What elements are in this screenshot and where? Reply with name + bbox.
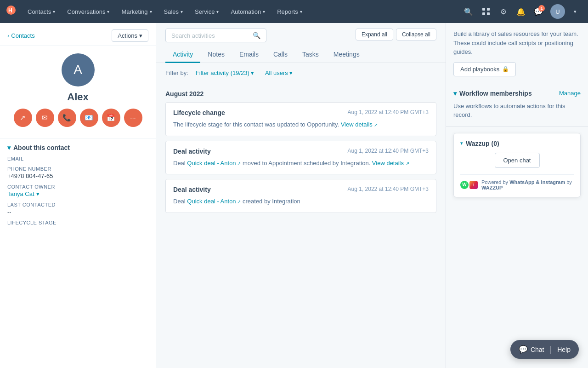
settings-icon-btn[interactable]: ⚙ xyxy=(496,4,511,19)
sidebar-header: ‹ Contacts Actions ▾ xyxy=(0,23,156,46)
activity-card-time: Aug 1, 2022 at 12:40 PM GMT+3 xyxy=(348,148,429,154)
activity-card-body: Deal Quick deal - Anton ↗ moved to Appoi… xyxy=(173,159,429,168)
manage-link[interactable]: Manage xyxy=(559,90,581,97)
lifecycle-label: Lifecycle stage xyxy=(7,220,148,225)
external-link-icon: ↗ xyxy=(236,161,241,166)
divider: | xyxy=(550,345,552,354)
tab-activity[interactable]: Activity xyxy=(165,47,200,63)
chevron-down-icon: ▾ xyxy=(107,9,109,14)
left-sidebar: ‹ Contacts Actions ▾ A Alex ↗ ✉ 📞 📧 📅 ··… xyxy=(0,23,156,368)
tab-emails[interactable]: Emails xyxy=(232,47,266,63)
contact-avatar: A xyxy=(62,53,95,86)
nav-service[interactable]: Service ▾ xyxy=(190,6,223,18)
brand-wazzup: WAZZUP xyxy=(481,185,503,190)
search-input[interactable] xyxy=(171,32,249,39)
filter-activity-button[interactable]: Filter activity (19/23) ▾ xyxy=(192,68,258,78)
lock-icon: 🔒 xyxy=(502,66,509,72)
back-to-contacts[interactable]: ‹ Contacts xyxy=(7,32,35,39)
main-layout: ‹ Contacts Actions ▾ A Alex ↗ ✉ 📞 📧 📅 ··… xyxy=(0,23,588,368)
add-playbooks-button[interactable]: Add playbooks 🔒 xyxy=(453,62,516,76)
collapse-all-button[interactable]: Collapse all xyxy=(396,29,436,40)
help-icon-btn[interactable]: 💬 1 xyxy=(531,4,546,19)
nav-sales[interactable]: Sales ▾ xyxy=(159,6,188,18)
marketplace-icon-btn[interactable] xyxy=(479,4,493,19)
last-contacted-row: Last contacted -- xyxy=(7,202,148,215)
about-section: ▾ About this contact Email Phone number … xyxy=(0,138,156,236)
view-details-link[interactable]: View details xyxy=(341,121,373,128)
chevron-down-icon: ▾ xyxy=(181,9,183,14)
user-avatar[interactable]: U xyxy=(550,4,565,19)
deal-link[interactable]: Quick deal - Anton xyxy=(187,160,236,167)
phone-button[interactable]: 📞 xyxy=(58,109,76,127)
contact-info: A Alex ↗ ✉ 📞 📧 📅 ··· xyxy=(0,46,156,138)
chevron-down-icon: ▾ xyxy=(251,69,254,76)
about-section-header[interactable]: ▾ About this contact xyxy=(7,144,148,151)
nav-reports[interactable]: Reports ▾ xyxy=(272,6,307,18)
email-button[interactable]: ✉ xyxy=(36,109,54,127)
activity-card-body: The lifecycle stage for this contact was… xyxy=(173,120,429,129)
notification-badge: 1 xyxy=(538,5,545,12)
tab-meetings[interactable]: Meetings xyxy=(326,47,367,63)
activity-card: Lifecycle change Aug 1, 2022 at 12:40 PM… xyxy=(165,102,436,136)
svg-text:H: H xyxy=(8,7,12,14)
more-actions-button[interactable]: ··· xyxy=(124,109,142,127)
activity-card-time: Aug 1, 2022 at 12:40 PM GMT+3 xyxy=(348,186,429,192)
expand-icon[interactable]: ▾ xyxy=(568,4,582,19)
contact-name: Alex xyxy=(67,91,88,103)
activity-card-title: Deal activity xyxy=(173,186,211,193)
workflow-text: Use workflows to automate actions for th… xyxy=(453,102,581,120)
svg-rect-3 xyxy=(487,8,490,11)
chevron-down-icon: ▾ xyxy=(460,140,463,146)
activity-card-header: Deal activity Aug 1, 2022 at 12:40 PM GM… xyxy=(173,186,429,193)
svg-rect-5 xyxy=(487,12,490,15)
help-button[interactable]: Help xyxy=(557,346,571,353)
external-link-icon: ↗ xyxy=(236,199,241,204)
activity-tabs: Activity Notes Emails Calls Tasks Meetin… xyxy=(165,47,436,63)
right-sidebar: Build a library of sales resources for y… xyxy=(446,23,588,368)
workflow-header[interactable]: ▾ Workflow memberships Manage xyxy=(453,90,581,97)
expand-all-button[interactable]: Expand all xyxy=(356,29,393,40)
view-details-link[interactable]: View details xyxy=(372,160,404,167)
tab-tasks[interactable]: Tasks xyxy=(295,47,326,63)
wazzup-header[interactable]: ▾ Wazzup (0) xyxy=(460,140,574,147)
last-contacted-value: -- xyxy=(7,208,148,215)
phone-label: Phone number xyxy=(7,166,148,172)
chat-button[interactable]: 💬 Chat xyxy=(519,345,544,354)
nav-automation[interactable]: Automation ▾ xyxy=(226,6,270,18)
hubspot-logo[interactable]: H xyxy=(6,5,17,18)
nav-contacts[interactable]: Contacts ▾ xyxy=(23,6,60,18)
external-link-button[interactable]: ↗ xyxy=(14,109,32,127)
owner-value[interactable]: Tanya Cat ▾ xyxy=(7,190,148,197)
search-bar: 🔍 xyxy=(165,29,266,42)
open-chat-button[interactable]: Open chat xyxy=(495,153,540,168)
workflow-section: ▾ Workflow memberships Manage Use workfl… xyxy=(446,83,588,126)
nav-conversations[interactable]: Conversations ▾ xyxy=(62,6,114,18)
all-users-filter[interactable]: All users ▾ xyxy=(261,68,296,78)
activity-card: Deal activity Aug 1, 2022 at 12:40 PM GM… xyxy=(165,179,436,213)
email-label: Email xyxy=(7,156,148,161)
contact-actions: ↗ ✉ 📞 📧 📅 ··· xyxy=(14,109,142,127)
chevron-down-icon: ▾ xyxy=(139,32,142,39)
chevron-down-icon: ▾ xyxy=(300,9,302,14)
notifications-icon-btn[interactable]: 🔔 xyxy=(514,4,528,19)
lifecycle-row: Lifecycle stage xyxy=(7,220,148,225)
back-arrow-icon: ‹ xyxy=(7,32,9,39)
chevron-down-icon: ▾ xyxy=(453,90,457,97)
tab-notes[interactable]: Notes xyxy=(200,47,232,63)
phone-field-row: Phone number +4978 804-47-65 xyxy=(7,166,148,179)
search-icon: 🔍 xyxy=(253,32,260,39)
chevron-down-icon: ▾ xyxy=(7,144,11,151)
nav-marketing[interactable]: Marketing ▾ xyxy=(117,6,156,18)
last-contacted-label: Last contacted xyxy=(7,202,148,207)
activity-card-header: Deal activity Aug 1, 2022 at 12:40 PM GM… xyxy=(173,148,429,155)
search-icon-btn[interactable]: 🔍 xyxy=(461,4,476,19)
playbooks-section: Build a library of sales resources for y… xyxy=(446,23,588,83)
mail-button[interactable]: 📧 xyxy=(80,109,98,127)
actions-button[interactable]: Actions ▾ xyxy=(112,29,148,42)
deal-link[interactable]: Quick deal - Anton xyxy=(187,198,236,205)
wazzup-footer: W I Powered by WhatsApp & Instagram by W… xyxy=(460,174,574,190)
filter-by-label: Filter by: xyxy=(165,69,188,76)
calendar-button[interactable]: 📅 xyxy=(102,109,120,127)
chat-widget[interactable]: 💬 Chat | Help xyxy=(510,340,579,359)
tab-calls[interactable]: Calls xyxy=(266,47,295,63)
